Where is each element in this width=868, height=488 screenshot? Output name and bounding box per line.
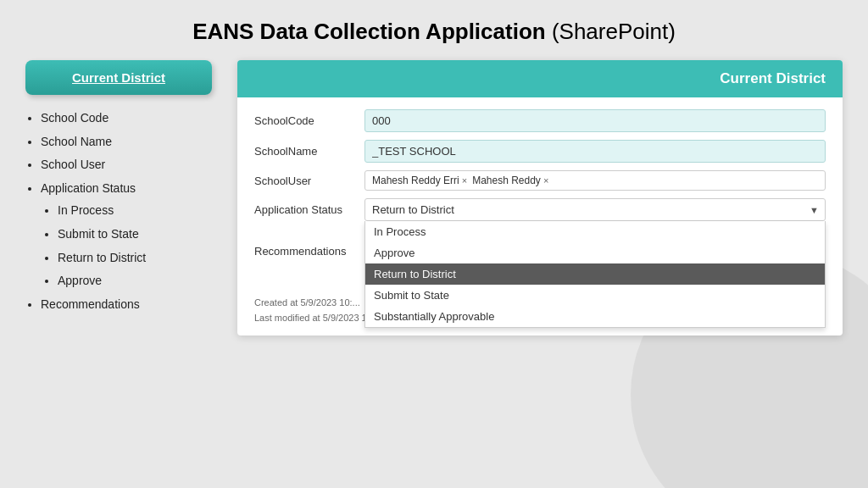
list-item-submit-to-state: Submit to State xyxy=(58,223,212,246)
recommendations-label: Recommendations xyxy=(254,245,364,258)
user-tag-2: Mahesh Reddy × xyxy=(472,175,548,186)
school-name-row: SchoolName xyxy=(254,140,826,163)
dropdown-option-substantially-approvable[interactable]: Substantially Approvable xyxy=(365,306,825,327)
dropdown-option-in-process[interactable]: In Process xyxy=(365,221,825,242)
school-name-label: SchoolName xyxy=(254,145,364,158)
current-district-button[interactable]: Current District xyxy=(25,60,212,95)
user-tag-1-remove[interactable]: × xyxy=(462,175,467,186)
user-tag-1: Mahesh Reddy Erri × xyxy=(372,175,467,186)
app-status-label: Application Status xyxy=(254,203,364,216)
list-item-return-to-district: Return to District xyxy=(58,247,212,269)
dropdown-option-submit-to-state[interactable]: Submit to State xyxy=(365,285,825,306)
school-user-tags[interactable]: Mahesh Reddy Erri × Mahesh Reddy × xyxy=(364,170,826,191)
dropdown-option-approve[interactable]: Approve xyxy=(365,242,825,263)
form-card: Current District SchoolCode SchoolName S… xyxy=(237,60,843,336)
school-code-row: SchoolCode xyxy=(254,109,826,132)
left-panel: Current District School Code School Name… xyxy=(25,60,212,336)
list-item-school-code: School Code xyxy=(41,107,212,130)
user-tag-2-remove[interactable]: × xyxy=(543,175,548,186)
page-title: EANS Data Collection Application (ShareP… xyxy=(0,0,868,60)
list-item-school-name: School Name xyxy=(41,130,212,153)
school-user-label: SchoolUser xyxy=(254,175,364,187)
school-code-input[interactable] xyxy=(364,109,826,132)
app-status-dropdown-wrapper: In Process Approve Return to District Su… xyxy=(364,198,826,221)
app-status-row: Application Status In Process Approve Re… xyxy=(254,198,826,221)
school-name-input[interactable] xyxy=(364,140,826,163)
list-item-in-process: In Process xyxy=(58,199,212,222)
field-list: School Code School Name School User Appl… xyxy=(25,107,212,315)
list-item-school-user: School User xyxy=(41,153,212,176)
form-header: Current District xyxy=(237,60,843,97)
list-item-recommendations: Recommendations xyxy=(41,293,212,316)
school-code-label: SchoolCode xyxy=(254,114,364,127)
dropdown-option-return-to-district[interactable]: Return to District xyxy=(365,263,825,285)
list-item-app-status: Application Status In Process Submit to … xyxy=(41,177,212,292)
list-item-approve: Approve xyxy=(58,269,212,292)
form-body: SchoolCode SchoolName SchoolUser Mahesh … xyxy=(237,97,843,289)
dropdown-menu: In Process Approve Return to District Su… xyxy=(364,221,826,328)
school-user-row: SchoolUser Mahesh Reddy Erri × Mahesh Re… xyxy=(254,170,826,191)
app-status-select[interactable]: In Process Approve Return to District Su… xyxy=(364,198,826,221)
